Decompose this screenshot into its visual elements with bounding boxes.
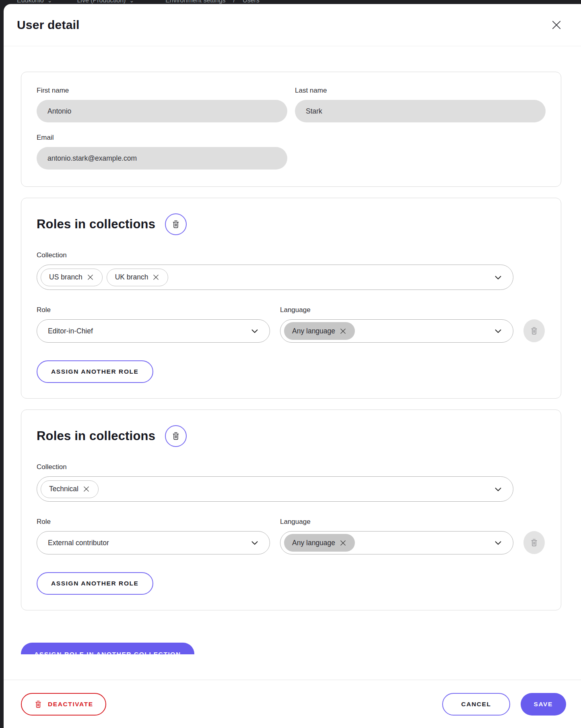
chip-label: US branch: [49, 273, 82, 281]
language-field-group: Language Any language: [280, 518, 513, 554]
delete-section-button[interactable]: [165, 425, 187, 447]
environment-name: Live (Production): [77, 0, 126, 4]
chevron-down-icon: ⌄: [129, 0, 134, 3]
language-chip: Any language: [284, 534, 355, 552]
modal-footer: DEACTIVATE CANCEL SAVE: [4, 680, 581, 728]
collection-label: Collection: [37, 251, 546, 259]
modal-body: First name Last name Email Roles in coll…: [4, 46, 581, 654]
collection-multiselect[interactable]: US branch UK branch: [37, 265, 513, 290]
collection-chip: UK branch: [107, 269, 169, 286]
last-name-label: Last name: [295, 87, 546, 95]
role-field-group: Role Editor-in-Chief: [37, 306, 270, 343]
close-icon: [550, 18, 563, 32]
role-value: External contributor: [48, 539, 109, 547]
roles-section-1: Roles in collections Collection US branc…: [21, 198, 561, 399]
chevron-down-icon: [493, 326, 503, 336]
cancel-button[interactable]: CANCEL: [442, 693, 510, 716]
modal-header: User detail: [4, 4, 581, 46]
trash-icon: [171, 431, 181, 441]
assign-role-in-another-collection-button[interactable]: ASSIGN ROLE IN ANOTHER COLLECTION: [21, 643, 194, 654]
assign-another-role-button[interactable]: ASSIGN ANOTHER ROLE: [37, 572, 153, 595]
language-multiselect[interactable]: Any language: [280, 531, 513, 554]
chevron-down-icon: [493, 272, 503, 283]
remove-chip-button[interactable]: [82, 271, 98, 284]
first-name-field-group: First name: [37, 87, 287, 122]
user-detail-modal: User detail First name Last name: [4, 4, 581, 728]
trash-icon: [529, 538, 539, 547]
role-label: Role: [37, 518, 270, 526]
language-multiselect[interactable]: Any language: [280, 319, 513, 343]
language-field-group: Language Any language: [280, 306, 513, 343]
last-name-field-group: Last name: [295, 87, 546, 122]
delete-role-row-button[interactable]: [523, 531, 545, 554]
email-label: Email: [37, 134, 287, 142]
chevron-down-icon: [493, 484, 503, 494]
deactivate-button[interactable]: DEACTIVATE: [21, 693, 106, 716]
project-name: Edukonio: [17, 0, 44, 4]
language-chip: Any language: [284, 322, 355, 340]
breadcrumb: Edukonio ⌄ Live (Production) ⌄ Environme…: [17, 0, 260, 4]
collection-chip: Technical: [41, 480, 99, 498]
trash-icon: [171, 219, 181, 229]
user-info-card: First name Last name Email: [21, 72, 561, 187]
delete-section-button[interactable]: [165, 213, 187, 235]
remove-chip-button[interactable]: [335, 325, 351, 338]
chevron-down-icon: [249, 538, 260, 548]
first-name-input: [37, 100, 287, 122]
breadcrumb-separator: /: [233, 0, 235, 4]
email-field: [37, 147, 287, 170]
project-switcher[interactable]: Edukonio ⌄: [17, 0, 52, 4]
remove-chip-button[interactable]: [335, 536, 351, 550]
breadcrumb-trail: Environment settings / Users: [165, 0, 260, 4]
save-button[interactable]: SAVE: [521, 693, 566, 716]
chip-label: Any language: [292, 539, 335, 547]
first-name-label: First name: [37, 87, 287, 95]
roles-section-2: Roles in collections Collection Technica…: [21, 410, 561, 610]
chevron-down-icon: [249, 326, 260, 336]
x-icon: [82, 485, 91, 493]
section-title: Roles in collections: [37, 217, 155, 232]
role-select[interactable]: External contributor: [37, 531, 270, 554]
last-name-input: [295, 100, 546, 122]
close-button[interactable]: [550, 18, 563, 32]
app-header: Edukonio ⌄ Live (Production) ⌄ Environme…: [0, 0, 581, 4]
collection-multiselect[interactable]: Technical: [37, 476, 513, 502]
trash-icon: [529, 326, 539, 335]
role-field-group: Role External contributor: [37, 518, 270, 554]
remove-chip-button[interactable]: [148, 271, 164, 284]
page-title: User detail: [17, 18, 80, 32]
role-value: Editor-in-Chief: [48, 327, 93, 335]
delete-role-row-button[interactable]: [523, 319, 545, 342]
language-label: Language: [280, 306, 513, 314]
trash-icon: [34, 700, 43, 709]
breadcrumb-section[interactable]: Environment settings: [165, 0, 225, 4]
chevron-down-icon: ⌄: [47, 0, 52, 3]
chip-label: Any language: [292, 327, 335, 335]
breadcrumb-page[interactable]: Users: [243, 0, 260, 4]
role-select[interactable]: Editor-in-Chief: [37, 319, 270, 343]
assign-another-role-button[interactable]: ASSIGN ANOTHER ROLE: [37, 360, 153, 383]
environment-switcher[interactable]: Live (Production) ⌄: [77, 0, 134, 4]
deactivate-label: DEACTIVATE: [48, 701, 93, 708]
x-icon: [152, 273, 160, 281]
collection-label: Collection: [37, 463, 546, 471]
email-field-group: Email: [37, 134, 287, 170]
collection-chip: US branch: [41, 269, 103, 286]
remove-chip-button[interactable]: [78, 482, 94, 496]
x-icon: [86, 273, 95, 281]
chip-label: UK branch: [115, 273, 148, 281]
chip-label: Technical: [49, 485, 78, 493]
x-icon: [339, 327, 347, 335]
x-icon: [339, 539, 347, 547]
chevron-down-icon: [493, 538, 503, 548]
section-title: Roles in collections: [37, 429, 155, 443]
language-label: Language: [280, 518, 513, 526]
role-label: Role: [37, 306, 270, 314]
